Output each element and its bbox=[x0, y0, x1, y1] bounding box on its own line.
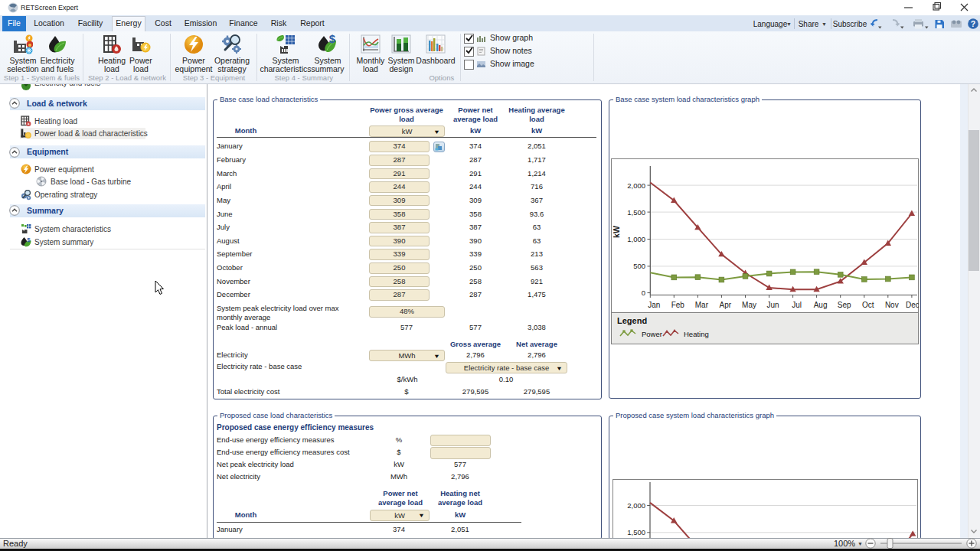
svg-text:Legend: Legend bbox=[617, 316, 647, 325]
svg-text:?: ? bbox=[971, 19, 975, 28]
svg-text:$: $ bbox=[27, 236, 31, 243]
svg-text:Dec: Dec bbox=[906, 301, 919, 309]
svg-text:0: 0 bbox=[642, 289, 645, 297]
svg-text:1,500: 1,500 bbox=[627, 208, 645, 217]
svg-text:Jun: Jun bbox=[767, 301, 779, 309]
svg-text:Power: Power bbox=[642, 330, 662, 338]
svg-text:May: May bbox=[742, 301, 756, 309]
svg-text:1,500: 1,500 bbox=[627, 528, 645, 536]
svg-text:Feb: Feb bbox=[671, 301, 685, 309]
svg-text:2,000: 2,000 bbox=[627, 181, 645, 190]
svg-text:Heating: Heating bbox=[684, 330, 709, 338]
svg-text:Aug: Aug bbox=[814, 301, 828, 309]
svg-text:Nov: Nov bbox=[885, 301, 899, 309]
svg-text:Jan: Jan bbox=[648, 301, 660, 309]
svg-text:500: 500 bbox=[633, 262, 645, 270]
svg-text:Sep: Sep bbox=[838, 301, 851, 309]
svg-text:Oct: Oct bbox=[862, 301, 874, 309]
svg-text:2,000: 2,000 bbox=[627, 501, 645, 510]
svg-text:Mar: Mar bbox=[695, 301, 709, 309]
svg-text:Apr: Apr bbox=[720, 301, 732, 309]
svg-text:$: $ bbox=[329, 34, 336, 45]
svg-text:kW: kW bbox=[612, 226, 621, 238]
svg-text:1,000: 1,000 bbox=[627, 235, 645, 243]
svg-text:Jul: Jul bbox=[792, 301, 802, 309]
